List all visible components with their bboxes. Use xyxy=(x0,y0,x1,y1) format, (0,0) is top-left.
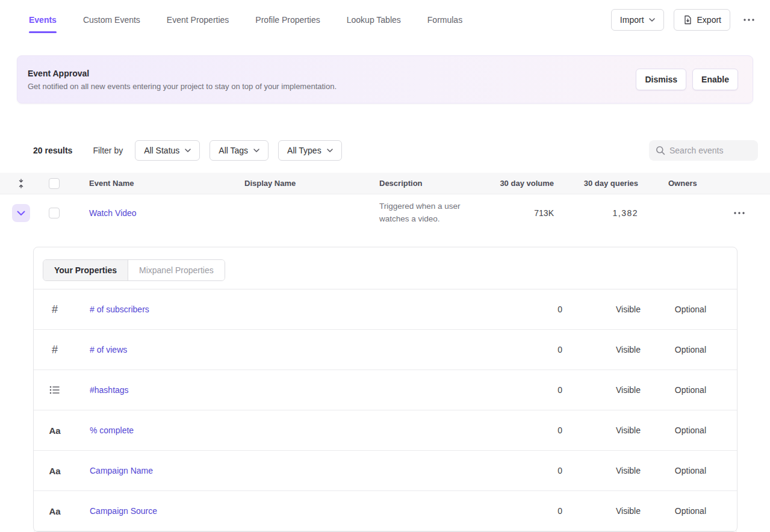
toolbar: Import Export xyxy=(611,9,758,31)
property-visibility: Visible xyxy=(562,305,641,314)
property-row: # # of views 0 Visible Optional xyxy=(34,330,737,370)
top-nav: Events Custom Events Event Properties Pr… xyxy=(0,0,770,40)
chevron-down-icon xyxy=(185,149,191,152)
property-count: 0 xyxy=(509,305,562,314)
filter-all-types-label: All Types xyxy=(287,146,321,155)
property-count: 0 xyxy=(509,466,562,475)
column-header-owners: Owners xyxy=(638,179,716,188)
property-visibility: Visible xyxy=(562,506,641,516)
tab-formulas[interactable]: Formulas xyxy=(427,0,462,40)
ellipsis-icon xyxy=(744,19,754,21)
tab-profile-properties[interactable]: Profile Properties xyxy=(255,0,320,40)
properties-tabs: Your Properties Mixpanel Properties xyxy=(43,259,225,281)
filter-all-status-dropdown[interactable]: All Status xyxy=(135,140,200,161)
property-requirement: Optional xyxy=(641,345,706,354)
property-count: 0 xyxy=(509,425,562,435)
event-queries: 1,382 xyxy=(554,208,638,218)
column-header-30-day-volume: 30 day volume xyxy=(476,179,554,188)
import-button[interactable]: Import xyxy=(611,9,664,31)
property-name-link[interactable]: #hashtags xyxy=(90,385,129,395)
property-requirement: Optional xyxy=(641,305,706,314)
column-header-display-name: Display Name xyxy=(244,179,379,188)
property-requirement: Optional xyxy=(641,506,706,516)
column-header-description: Description xyxy=(379,179,476,188)
table-row: Watch Video Triggered when a user watche… xyxy=(0,194,770,232)
expand-row-button[interactable] xyxy=(12,204,30,222)
collapse-vertical-icon xyxy=(16,178,26,189)
event-volume: 713K xyxy=(476,208,554,218)
text-type-icon: Aa xyxy=(34,425,76,436)
property-requirement: Optional xyxy=(641,425,706,435)
tab-mixpanel-properties[interactable]: Mixpanel Properties xyxy=(128,260,225,280)
property-row: Aa Campaign Source 0 Visible Optional xyxy=(34,491,737,531)
property-row: #hashtags 0 Visible Optional xyxy=(34,370,737,410)
tab-custom-events[interactable]: Custom Events xyxy=(83,0,140,40)
tab-events[interactable]: Events xyxy=(29,0,57,40)
property-count: 0 xyxy=(509,506,562,516)
ellipsis-icon xyxy=(734,212,745,214)
tab-event-properties[interactable]: Event Properties xyxy=(167,0,229,40)
banner-description: Get notified on all new events entering … xyxy=(28,82,337,91)
export-button-label: Export xyxy=(697,15,721,25)
property-requirement: Optional xyxy=(641,385,706,395)
event-name-link[interactable]: Watch Video xyxy=(89,208,137,218)
chevron-down-icon xyxy=(253,149,259,152)
text-type-icon: Aa xyxy=(34,466,76,476)
property-count: 0 xyxy=(509,385,562,395)
property-visibility: Visible xyxy=(562,345,641,354)
app: Events Custom Events Event Properties Pr… xyxy=(0,0,770,532)
more-button[interactable] xyxy=(740,15,758,25)
property-row: Aa % complete 0 Visible Optional xyxy=(34,410,737,451)
banner-title: Event Approval xyxy=(28,69,337,78)
filter-bar: 20 results Filter by All Status All Tags… xyxy=(0,140,770,161)
export-button[interactable]: Export xyxy=(674,9,730,31)
filter-all-status-label: All Status xyxy=(144,146,179,155)
chevron-down-icon xyxy=(327,149,333,152)
properties-panel: Your Properties Mixpanel Properties # # … xyxy=(33,247,737,532)
filter-by-label: Filter by xyxy=(93,146,123,155)
filter-all-tags-label: All Tags xyxy=(219,146,248,155)
export-icon xyxy=(683,15,692,25)
select-all-checkbox[interactable] xyxy=(49,178,60,189)
collapse-all-button[interactable] xyxy=(15,177,27,190)
table-header-row: Event Name Display Name Description 30 d… xyxy=(0,173,770,194)
list-type-icon xyxy=(34,386,76,394)
search-input[interactable] xyxy=(649,140,758,161)
chevron-down-icon xyxy=(649,18,655,22)
tab-your-properties[interactable]: Your Properties xyxy=(43,260,128,280)
column-header-event-name: Event Name xyxy=(66,179,244,188)
property-name-link[interactable]: Campaign Name xyxy=(90,466,153,475)
property-visibility: Visible xyxy=(562,425,641,435)
property-requirement: Optional xyxy=(641,466,706,475)
number-type-icon: # xyxy=(34,344,76,356)
property-name-link[interactable]: Campaign Source xyxy=(90,506,157,516)
filter-all-types-dropdown[interactable]: All Types xyxy=(278,140,342,161)
properties-list: # # of subscribers 0 Visible Optional # … xyxy=(34,289,737,531)
number-type-icon: # xyxy=(34,303,76,316)
row-checkbox[interactable] xyxy=(49,208,60,218)
property-row: Aa Campaign Name 0 Visible Optional xyxy=(34,451,737,491)
enable-button[interactable]: Enable xyxy=(692,69,738,90)
property-count: 0 xyxy=(509,345,562,354)
properties-panel-header: Your Properties Mixpanel Properties xyxy=(34,247,737,289)
dismiss-button[interactable]: Dismiss xyxy=(636,69,686,90)
property-name-link[interactable]: % complete xyxy=(90,425,134,435)
import-button-label: Import xyxy=(620,15,644,25)
column-header-30-day-queries: 30 day queries xyxy=(554,179,638,188)
property-name-link[interactable]: # of subscribers xyxy=(90,305,149,314)
property-visibility: Visible xyxy=(562,385,641,395)
results-count: 20 results xyxy=(33,146,72,155)
chevron-down-icon xyxy=(17,211,25,216)
filter-all-tags-dropdown[interactable]: All Tags xyxy=(210,140,269,161)
property-name-link[interactable]: # of views xyxy=(90,345,127,354)
events-table: Event Name Display Name Description 30 d… xyxy=(0,173,770,232)
banner-actions: Dismiss Enable xyxy=(636,69,738,90)
property-row: # # of subscribers 0 Visible Optional xyxy=(34,289,737,330)
row-more-button[interactable] xyxy=(730,208,748,218)
banner-text: Event Approval Get notified on all new e… xyxy=(28,69,337,91)
event-description: Triggered when a user watches a video. xyxy=(379,200,471,226)
event-approval-banner: Event Approval Get notified on all new e… xyxy=(17,55,753,104)
nav-tabs: Events Custom Events Event Properties Pr… xyxy=(29,0,462,40)
tab-lookup-tables[interactable]: Lookup Tables xyxy=(347,0,401,40)
text-type-icon: Aa xyxy=(34,506,76,516)
